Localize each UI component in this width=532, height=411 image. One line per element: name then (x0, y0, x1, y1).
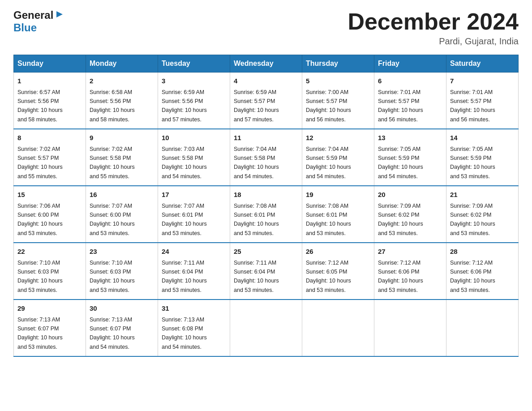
calendar-body: 1Sunrise: 6:57 AMSunset: 5:56 PMDaylight… (14, 73, 519, 357)
day-info: Sunrise: 7:05 AMSunset: 5:59 PMDaylight:… (450, 146, 495, 180)
calendar-week-2: 8Sunrise: 7:02 AMSunset: 5:57 PMDaylight… (14, 129, 519, 186)
day-number: 28 (450, 247, 515, 257)
day-info: Sunrise: 6:57 AMSunset: 5:56 PMDaylight:… (17, 89, 63, 123)
day-number: 31 (162, 304, 226, 314)
calendar-cell (302, 300, 374, 356)
calendar-cell: 17Sunrise: 7:07 AMSunset: 6:01 PMDayligh… (158, 186, 230, 243)
svg-marker-0 (56, 11, 63, 17)
day-number: 25 (234, 247, 298, 257)
header-sunday: Sunday (14, 55, 86, 73)
day-number: 16 (90, 190, 154, 200)
day-number: 27 (378, 247, 442, 257)
calendar-cell: 8Sunrise: 7:02 AMSunset: 5:57 PMDaylight… (14, 129, 86, 186)
day-number: 30 (90, 304, 154, 314)
day-number: 23 (90, 247, 154, 257)
day-number: 8 (17, 133, 82, 143)
day-info: Sunrise: 7:13 AMSunset: 6:07 PMDaylight:… (90, 317, 135, 350)
day-info: Sunrise: 7:09 AMSunset: 6:02 PMDaylight:… (450, 203, 495, 236)
day-number: 20 (378, 190, 442, 200)
day-info: Sunrise: 6:58 AMSunset: 5:56 PMDaylight:… (90, 89, 135, 123)
day-info: Sunrise: 7:01 AMSunset: 5:57 PMDaylight:… (378, 89, 423, 123)
day-info: Sunrise: 7:04 AMSunset: 5:58 PMDaylight:… (234, 146, 279, 180)
calendar-cell: 14Sunrise: 7:05 AMSunset: 5:59 PMDayligh… (446, 129, 519, 186)
day-number: 11 (234, 133, 298, 143)
calendar-table: Sunday Monday Tuesday Wednesday Thursday… (13, 55, 519, 357)
calendar-week-1: 1Sunrise: 6:57 AMSunset: 5:56 PMDaylight… (14, 73, 519, 129)
calendar-week-5: 29Sunrise: 7:13 AMSunset: 6:07 PMDayligh… (14, 300, 519, 356)
calendar-cell: 22Sunrise: 7:10 AMSunset: 6:03 PMDayligh… (14, 243, 86, 300)
calendar-cell (446, 300, 519, 356)
day-number: 12 (306, 133, 370, 143)
day-info: Sunrise: 7:12 AMSunset: 6:06 PMDaylight:… (378, 260, 423, 293)
calendar-cell: 4Sunrise: 6:59 AMSunset: 5:57 PMDaylight… (230, 73, 302, 129)
calendar-cell: 16Sunrise: 7:07 AMSunset: 6:00 PMDayligh… (86, 186, 158, 243)
day-number: 1 (17, 76, 82, 86)
day-info: Sunrise: 7:07 AMSunset: 6:01 PMDaylight:… (162, 203, 207, 236)
day-info: Sunrise: 7:13 AMSunset: 6:08 PMDaylight:… (162, 317, 207, 350)
calendar-cell: 28Sunrise: 7:12 AMSunset: 6:06 PMDayligh… (446, 243, 519, 300)
header-thursday: Thursday (302, 55, 374, 73)
day-info: Sunrise: 6:59 AMSunset: 5:57 PMDaylight:… (234, 89, 279, 123)
calendar-cell: 20Sunrise: 7:09 AMSunset: 6:02 PMDayligh… (374, 186, 446, 243)
day-info: Sunrise: 7:09 AMSunset: 6:02 PMDaylight:… (378, 203, 423, 236)
calendar-cell: 7Sunrise: 7:01 AMSunset: 5:57 PMDaylight… (446, 73, 519, 129)
day-number: 13 (378, 133, 442, 143)
day-number: 19 (306, 190, 370, 200)
day-info: Sunrise: 7:12 AMSunset: 6:06 PMDaylight:… (450, 260, 495, 293)
calendar-cell (230, 300, 302, 356)
day-number: 17 (162, 190, 226, 200)
logo: General Blue (13, 9, 64, 34)
day-info: Sunrise: 7:03 AMSunset: 5:58 PMDaylight:… (162, 146, 207, 180)
calendar-cell: 12Sunrise: 7:04 AMSunset: 5:59 PMDayligh… (302, 129, 374, 186)
logo-general-text: General (13, 9, 53, 21)
day-number: 29 (17, 304, 82, 314)
logo-arrow-icon (55, 9, 64, 21)
day-info: Sunrise: 7:10 AMSunset: 6:03 PMDaylight:… (17, 260, 63, 293)
calendar-week-3: 15Sunrise: 7:06 AMSunset: 6:00 PMDayligh… (14, 186, 519, 243)
calendar-cell: 24Sunrise: 7:11 AMSunset: 6:04 PMDayligh… (158, 243, 230, 300)
calendar-cell: 9Sunrise: 7:02 AMSunset: 5:58 PMDaylight… (86, 129, 158, 186)
calendar-cell: 1Sunrise: 6:57 AMSunset: 5:56 PMDaylight… (14, 73, 86, 129)
calendar-cell: 21Sunrise: 7:09 AMSunset: 6:02 PMDayligh… (446, 186, 519, 243)
calendar-week-4: 22Sunrise: 7:10 AMSunset: 6:03 PMDayligh… (14, 243, 519, 300)
header-tuesday: Tuesday (158, 55, 230, 73)
day-info: Sunrise: 7:05 AMSunset: 5:59 PMDaylight:… (378, 146, 423, 180)
day-info: Sunrise: 7:13 AMSunset: 6:07 PMDaylight:… (17, 317, 63, 350)
day-info: Sunrise: 6:59 AMSunset: 5:56 PMDaylight:… (162, 89, 207, 123)
page-header: General Blue December 2024 Pardi, Gujara… (13, 9, 519, 47)
header-monday: Monday (86, 55, 158, 73)
calendar-cell (374, 300, 446, 356)
day-number: 9 (90, 133, 154, 143)
day-info: Sunrise: 7:04 AMSunset: 5:59 PMDaylight:… (306, 146, 351, 180)
header-wednesday: Wednesday (230, 55, 302, 73)
calendar-cell: 27Sunrise: 7:12 AMSunset: 6:06 PMDayligh… (374, 243, 446, 300)
day-info: Sunrise: 7:02 AMSunset: 5:58 PMDaylight:… (90, 146, 135, 180)
day-info: Sunrise: 7:12 AMSunset: 6:05 PMDaylight:… (306, 260, 351, 293)
calendar-cell: 5Sunrise: 7:00 AMSunset: 5:57 PMDaylight… (302, 73, 374, 129)
day-info: Sunrise: 7:11 AMSunset: 6:04 PMDaylight:… (234, 260, 279, 293)
day-info: Sunrise: 7:02 AMSunset: 5:57 PMDaylight:… (17, 146, 63, 180)
day-info: Sunrise: 7:08 AMSunset: 6:01 PMDaylight:… (306, 203, 351, 236)
logo-blue-text: Blue (13, 21, 37, 34)
header-saturday: Saturday (446, 55, 519, 73)
day-info: Sunrise: 7:06 AMSunset: 6:00 PMDaylight:… (17, 203, 63, 236)
day-number: 5 (306, 76, 370, 86)
calendar-cell: 29Sunrise: 7:13 AMSunset: 6:07 PMDayligh… (14, 300, 86, 356)
day-number: 21 (450, 190, 515, 200)
day-number: 6 (378, 76, 442, 86)
calendar-cell: 6Sunrise: 7:01 AMSunset: 5:57 PMDaylight… (374, 73, 446, 129)
calendar-cell: 31Sunrise: 7:13 AMSunset: 6:08 PMDayligh… (158, 300, 230, 356)
calendar-cell: 23Sunrise: 7:10 AMSunset: 6:03 PMDayligh… (86, 243, 158, 300)
day-number: 3 (162, 76, 226, 86)
day-number: 26 (306, 247, 370, 257)
calendar-cell: 18Sunrise: 7:08 AMSunset: 6:01 PMDayligh… (230, 186, 302, 243)
calendar-cell: 11Sunrise: 7:04 AMSunset: 5:58 PMDayligh… (230, 129, 302, 186)
calendar-cell: 15Sunrise: 7:06 AMSunset: 6:00 PMDayligh… (14, 186, 86, 243)
day-info: Sunrise: 7:07 AMSunset: 6:00 PMDaylight:… (90, 203, 135, 236)
calendar-cell: 30Sunrise: 7:13 AMSunset: 6:07 PMDayligh… (86, 300, 158, 356)
day-number: 18 (234, 190, 298, 200)
day-number: 22 (17, 247, 82, 257)
day-number: 2 (90, 76, 154, 86)
day-number: 4 (234, 76, 298, 86)
day-info: Sunrise: 7:10 AMSunset: 6:03 PMDaylight:… (90, 260, 135, 293)
